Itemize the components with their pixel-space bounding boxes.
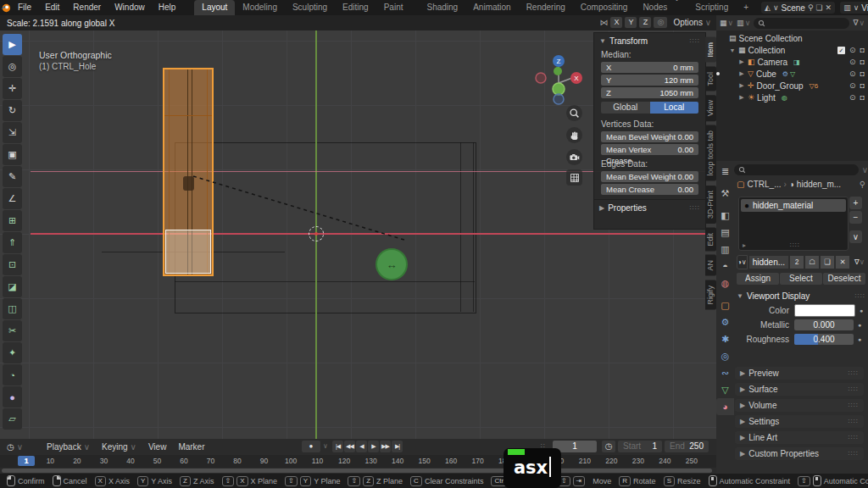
blender-logo-icon[interactable] <box>0 0 11 15</box>
panel-grip-icon[interactable]: ∷∷ <box>690 37 700 45</box>
select-box-tool[interactable]: ▶ <box>3 34 22 55</box>
tab-modifiers[interactable]: ⚙ <box>716 313 734 330</box>
options-dropdown[interactable]: Options ∨ <box>673 18 711 27</box>
proportional-falloff-icon[interactable]: ◎ <box>654 17 667 28</box>
tab-physics[interactable]: ◎ <box>716 347 734 364</box>
unlink-material-icon[interactable]: ✕ <box>836 256 849 269</box>
editor-type-dropdown[interactable]: ≣ <box>716 163 734 180</box>
orientation-global-button[interactable]: Global <box>601 102 650 114</box>
disable-in-renders-icon[interactable]: ◘ <box>860 46 865 54</box>
workspace-tab-shading[interactable]: Shading <box>419 0 465 15</box>
hide-in-viewport-icon[interactable]: ⊙ <box>849 69 856 78</box>
expander-icon[interactable]: ▼ <box>729 47 736 53</box>
panel-line-art[interactable]: ▶Line Art∷∷ <box>735 431 864 444</box>
sidebar-tab-item[interactable]: Item <box>705 37 716 63</box>
animate-property-dot[interactable]: ● <box>858 322 861 328</box>
collapse-icon[interactable]: ▼ <box>599 37 606 45</box>
outliner-row-light[interactable]: ▶☀Light◍⊙◘ <box>716 92 868 103</box>
tab-constraints[interactable]: ∾ <box>716 364 734 381</box>
median-y-field[interactable]: Y120 mm <box>601 75 698 86</box>
spin-tool[interactable]: ◔ <box>3 364 22 385</box>
median-x-field[interactable]: X0 mm <box>601 62 698 73</box>
jump-to-end-button[interactable]: ▶| <box>392 441 403 452</box>
deselect-button[interactable]: Deselect <box>823 273 865 285</box>
tab-object[interactable]: ▢ <box>716 297 734 313</box>
disable-in-renders-icon[interactable]: ◘ <box>860 93 865 102</box>
timeline-menu-playback[interactable]: Playback∨ <box>47 442 90 452</box>
panel-custom-properties[interactable]: ▶Custom Properties∷∷ <box>735 447 864 460</box>
knife-tool[interactable]: ✂ <box>3 320 22 341</box>
play-reverse-button[interactable]: ◀ <box>356 441 367 452</box>
tab-scene[interactable]: ◓ <box>716 258 734 274</box>
filter-funnel-dropdown[interactable]: ∇∨ <box>853 256 866 269</box>
mean-vertex-crease-field[interactable]: Mean Vertex Crease0.00 <box>601 144 698 155</box>
scene-selector[interactable]: ◭∨ Scene ⚲ ❏ ✕ <box>761 2 835 14</box>
panel-preview[interactable]: ▶Preview∷∷ <box>735 367 864 380</box>
prev-keyframe-button[interactable]: ◀◀ <box>344 441 355 452</box>
outliner-row-collection[interactable]: ▼▦Collection✓⊙◘ <box>716 44 868 56</box>
mean-crease-field[interactable]: Mean Crease0.00 <box>601 184 698 195</box>
select-button[interactable]: Select <box>780 273 822 285</box>
add-cube-tool[interactable]: ⊞ <box>3 210 22 231</box>
outliner-item-label[interactable]: Collection <box>748 46 786 55</box>
tab-world[interactable]: ◍ <box>716 274 734 291</box>
material-name-field[interactable]: hidden... <box>749 256 788 269</box>
animate-property-dot[interactable]: ● <box>858 336 861 342</box>
slot-specials-dropdown[interactable]: ∨ <box>849 230 862 243</box>
expander-icon[interactable]: ▶ <box>738 82 745 89</box>
measure-tool[interactable]: ∠ <box>3 188 22 209</box>
sidebar-tab-edit[interactable]: Edit <box>705 228 716 252</box>
outliner-filter-dropdown[interactable]: ∇∨ <box>853 19 865 27</box>
rip-region-tool[interactable]: ▱ <box>3 408 22 430</box>
outliner-row-camera[interactable]: ▶◧Camera◨⊙◘ <box>716 56 868 68</box>
panel-grip-icon[interactable]: ∷∷ <box>690 204 700 212</box>
keying-set-dropdown[interactable]: ∨ <box>323 442 328 450</box>
auto-keying-record-button[interactable]: ● <box>302 441 320 452</box>
timeline-menu-keying[interactable]: Keying∨ <box>102 442 136 452</box>
animate-property-dot[interactable]: ● <box>860 308 863 313</box>
workspace-tab-+[interactable]: + <box>736 0 756 15</box>
menu-edit[interactable]: Edit <box>38 0 66 15</box>
view-layer-selector[interactable]: ▥∨ ViewLayer ❏ ✕ <box>840 2 868 14</box>
tab-particles[interactable]: ✱ <box>716 330 734 347</box>
disable-in-renders-icon[interactable]: ◘ <box>860 81 865 90</box>
disable-in-renders-icon[interactable]: ◘ <box>860 58 865 66</box>
sidebar-tab-view[interactable]: View <box>705 95 716 121</box>
smooth-tool[interactable]: ● <box>3 386 22 408</box>
expander-icon[interactable]: ▶ <box>738 58 745 65</box>
remove-slot-button[interactable]: − <box>849 211 862 224</box>
hide-in-viewport-icon[interactable]: ⊙ <box>849 58 856 66</box>
timeline-menu-view[interactable]: View <box>148 442 167 452</box>
camera-view-button[interactable] <box>566 149 582 165</box>
list-resize-grip[interactable]: ∷∷ <box>790 241 800 249</box>
tab-tool[interactable]: ⚒ <box>716 185 734 202</box>
panel-surface[interactable]: ▶Surface∷∷ <box>735 383 864 396</box>
color-field[interactable] <box>794 304 855 317</box>
outliner-item-label[interactable]: Door_Group <box>757 81 804 91</box>
outliner-row-scene-collection[interactable]: ▤Scene Collection <box>716 32 868 44</box>
hide-in-viewport-icon[interactable]: ⊙ <box>849 46 856 54</box>
pin-icon[interactable]: ⚲ <box>808 3 814 12</box>
workspace-tab-geometry-nodes[interactable]: Geometry Nodes <box>635 0 687 15</box>
tab-view-layer[interactable]: ▥ <box>716 241 734 258</box>
pin-icon[interactable]: ⚲ <box>860 180 865 189</box>
menu-window[interactable]: Window <box>108 0 152 15</box>
menu-file[interactable]: File <box>11 0 38 15</box>
annotate-tool[interactable]: ✎ <box>3 166 22 187</box>
scene-name[interactable]: Scene <box>782 3 805 13</box>
properties-search-input[interactable] <box>734 164 859 175</box>
frame-start-field[interactable]: Start1 <box>618 441 662 452</box>
mean-bevel-weight-field[interactable]: Mean Bevel Weight0.00 <box>601 171 698 182</box>
metallic-field[interactable]: 0.000 <box>794 319 854 330</box>
expander-icon[interactable]: ▶ <box>738 70 745 77</box>
play-button[interactable]: ▶ <box>368 441 379 452</box>
mirror-y-button[interactable]: Y <box>625 17 637 28</box>
mean-bevel-weight-field[interactable]: Mean Bevel Weight0.00 <box>601 131 698 142</box>
next-keyframe-button[interactable]: ▶▶ <box>380 441 391 452</box>
list-expand-icon[interactable]: ▸ <box>743 241 746 249</box>
sidebar-tab-tool[interactable]: Tool <box>705 67 716 92</box>
menu-help[interactable]: Help <box>152 0 183 15</box>
new-scene-icon[interactable]: ❏ <box>816 3 823 12</box>
navigation-gizmo[interactable]: Z X <box>532 53 585 105</box>
outliner-item-label[interactable]: Scene Collection <box>739 34 803 43</box>
